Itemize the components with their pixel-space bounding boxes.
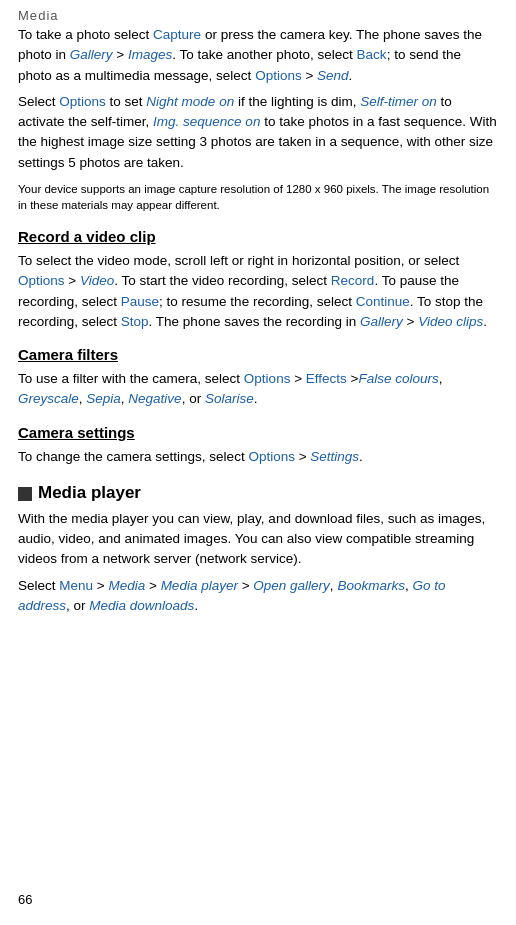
media-player-section-heading: Media player xyxy=(18,483,498,503)
camera-filters-heading: Camera filters xyxy=(18,346,498,363)
intro-section: To take a photo select Capture or press … xyxy=(18,25,498,173)
options-link-4: Options xyxy=(244,371,291,386)
video-link: Video xyxy=(80,273,114,288)
record-link: Record xyxy=(331,273,375,288)
record-text-1: To select the video mode, scroll left or… xyxy=(18,253,459,268)
record-text-7: . The phone saves the recording in xyxy=(149,314,360,329)
header-title: Media xyxy=(18,8,59,23)
intro-text-4: . To take another photo, select xyxy=(172,47,356,62)
resolution-note: Your device supports an image capture re… xyxy=(18,181,498,214)
false-colours-link: False colours xyxy=(358,371,438,386)
settings-link: Settings xyxy=(310,449,359,464)
record-section-body: To select the video mode, scroll left or… xyxy=(18,251,498,332)
intro-text-1: To take a photo select xyxy=(18,27,153,42)
record-text-5: ; to resume the recording, select xyxy=(159,294,356,309)
back-link: Back xyxy=(357,47,387,62)
pause-link: Pause xyxy=(121,294,159,309)
record-section-heading: Record a video clip xyxy=(18,228,498,245)
images-link: Images xyxy=(128,47,172,62)
record-heading-text: Record a video clip xyxy=(18,228,156,245)
mp-text-1: Select xyxy=(18,578,59,593)
mp-text-8: . xyxy=(194,598,198,613)
media-link: Media xyxy=(108,578,145,593)
intro2-text-2: to set xyxy=(106,94,147,109)
filters-text-1: To use a filter with the camera, select xyxy=(18,371,244,386)
options-link-5: Options xyxy=(248,449,295,464)
record-text-3: . To start the video recording, select xyxy=(114,273,331,288)
settings-text-3: . xyxy=(359,449,363,464)
record-text-2: > xyxy=(65,273,80,288)
greyscale-link: Greyscale xyxy=(18,391,79,406)
intro-text-3: > xyxy=(113,47,128,62)
gallery-link-2: Gallery xyxy=(360,314,403,329)
media-player-para2: Select Menu > Media > Media player > Ope… xyxy=(18,576,498,617)
stop-link: Stop xyxy=(121,314,149,329)
filters-text-8: . xyxy=(254,391,258,406)
camera-filters-body: To use a filter with the camera, select … xyxy=(18,369,498,410)
night-mode-link: Night mode on xyxy=(146,94,234,109)
record-text-8: > xyxy=(403,314,418,329)
bookmarks-link: Bookmarks xyxy=(337,578,405,593)
media-player-para1: With the media player you can view, play… xyxy=(18,509,498,570)
filters-text-7: , or xyxy=(182,391,205,406)
mp-text-4: > xyxy=(238,578,253,593)
record-text-9: . xyxy=(483,314,487,329)
intro2-text-3: if the lighting is dim, xyxy=(234,94,360,109)
mp-text-2: > xyxy=(93,578,108,593)
intro-text-7: . xyxy=(349,68,353,83)
mp-text-7: , or xyxy=(66,598,89,613)
open-gallery-link: Open gallery xyxy=(253,578,330,593)
intro-para1: To take a photo select Capture or press … xyxy=(18,25,498,86)
settings-text-2: > xyxy=(295,449,310,464)
intro2-text-1: Select xyxy=(18,94,59,109)
media-player-body: With the media player you can view, play… xyxy=(18,509,498,616)
filters-text-4: , xyxy=(439,371,443,386)
video-clips-link: Video clips xyxy=(418,314,483,329)
sepia-link: Sepia xyxy=(86,391,121,406)
page-container: Media To take a photo select Capture or … xyxy=(0,0,516,925)
filters-text-3: > xyxy=(347,371,359,386)
media-player-title: Media player xyxy=(38,483,141,503)
media-downloads-link: Media downloads xyxy=(89,598,194,613)
solarise-link: Solarise xyxy=(205,391,254,406)
gallery-link: Gallery xyxy=(70,47,113,62)
page-number: 66 xyxy=(18,892,32,907)
options-link-2: Options xyxy=(59,94,106,109)
self-timer-link: Self-timer on xyxy=(360,94,437,109)
img-sequence-link: Img. sequence on xyxy=(153,114,260,129)
page-header: Media xyxy=(0,0,516,25)
media-player-link: Media player xyxy=(161,578,238,593)
intro-para2: Select Options to set Night mode on if t… xyxy=(18,92,498,173)
mp-text-3: > xyxy=(145,578,160,593)
camera-settings-heading-text: Camera settings xyxy=(18,424,135,441)
continue-link: Continue xyxy=(356,294,410,309)
settings-text-1: To change the camera settings, select xyxy=(18,449,248,464)
intro-text-6: > xyxy=(302,68,317,83)
media-player-icon xyxy=(18,487,32,501)
send-link: Send xyxy=(317,68,349,83)
options-link-1: Options xyxy=(255,68,302,83)
camera-settings-body: To change the camera settings, select Op… xyxy=(18,447,498,467)
camera-settings-heading: Camera settings xyxy=(18,424,498,441)
menu-link: Menu xyxy=(59,578,93,593)
effects-link: Effects xyxy=(306,371,347,386)
filters-text-2: > xyxy=(290,371,305,386)
capture-link: Capture xyxy=(153,27,201,42)
camera-filters-heading-text: Camera filters xyxy=(18,346,118,363)
main-content: To take a photo select Capture or press … xyxy=(0,25,516,684)
negative-link: Negative xyxy=(128,391,181,406)
resolution-text: Your device supports an image capture re… xyxy=(18,183,489,212)
options-link-3: Options xyxy=(18,273,65,288)
